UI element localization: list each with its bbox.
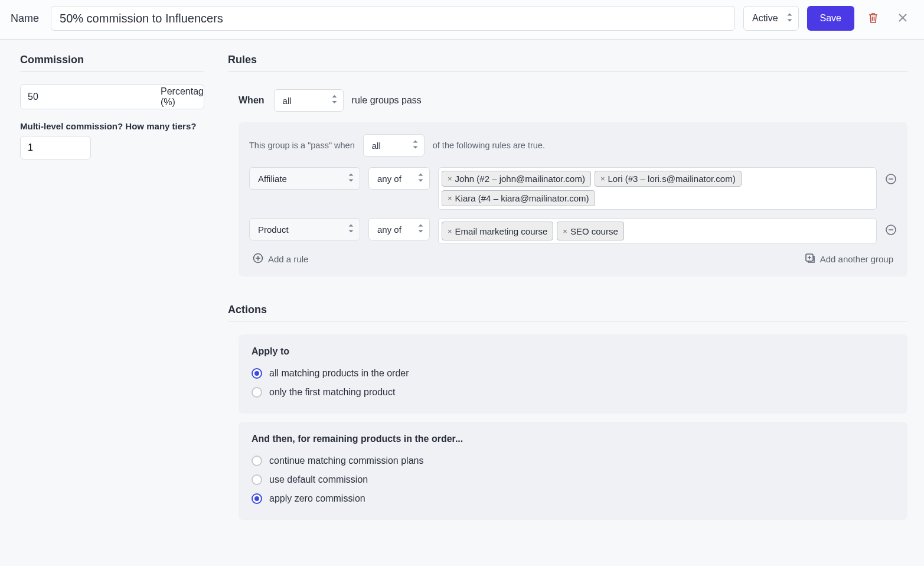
rule-row: Affiliateany of×John (#2 – john@mailinat…: [249, 167, 897, 210]
rule-op-select[interactable]: any of: [368, 218, 430, 240]
chip-label: SEO course: [570, 226, 618, 236]
selected-chip[interactable]: ×Lori (#3 – lori.s@mailinator.com): [595, 171, 742, 187]
commission-value-input[interactable]: [21, 85, 153, 109]
remaining-option[interactable]: continue matching commission plans: [252, 451, 894, 470]
close-button[interactable]: [892, 8, 913, 29]
selected-chip[interactable]: ×John (#2 – john@mailinator.com): [442, 171, 591, 187]
rule-field-value: Affiliate: [258, 174, 287, 184]
radio-label: apply zero commission: [269, 493, 365, 504]
rule-field-value: Product: [258, 225, 289, 235]
header-row: Name Active Save: [0, 0, 924, 40]
remove-rule-button[interactable]: [885, 173, 897, 185]
radio-icon: [252, 474, 262, 485]
selected-chip[interactable]: ×SEO course: [557, 222, 623, 240]
commission-unit-select[interactable]: Percentage (%): [153, 85, 204, 109]
radio-label: continue matching commission plans: [269, 456, 423, 466]
apply-to-option[interactable]: only the first matching product: [252, 383, 894, 402]
remaining-heading: And then, for remaining products in the …: [252, 434, 894, 444]
commission-heading: Commission: [20, 54, 204, 71]
remaining-option[interactable]: use default commission: [252, 470, 894, 489]
remove-chip-icon[interactable]: ×: [448, 194, 452, 203]
rule-op-select[interactable]: any of: [368, 167, 430, 190]
selected-chip[interactable]: ×Kiara (#4 – kiara@mailinator.com): [442, 190, 595, 206]
radio-icon: [252, 456, 262, 466]
tiers-label: Multi-level commission? How many tiers?: [20, 121, 204, 131]
radio-label: all matching products in the order: [269, 368, 409, 379]
remaining-option[interactable]: apply zero commission: [252, 489, 894, 508]
apply-to-heading: Apply to: [252, 346, 894, 357]
rule-values-input[interactable]: ×John (#2 – john@mailinator.com)×Lori (#…: [438, 167, 877, 210]
rule-values-input[interactable]: ×Email marketing course×SEO course: [438, 218, 877, 244]
remove-chip-icon[interactable]: ×: [600, 174, 605, 183]
status-select[interactable]: Active: [743, 6, 799, 31]
group-suffix: of the following rules are true.: [433, 141, 545, 150]
radio-label: only the first matching product: [269, 387, 395, 398]
remaining-panel: And then, for remaining products in the …: [239, 422, 907, 520]
chip-label: Lori (#3 – lori.s@mailinator.com): [608, 174, 736, 184]
when-suffix: rule groups pass: [352, 95, 422, 106]
rule-group: This group is a "pass" when all of the f…: [239, 122, 907, 277]
trash-icon: [868, 12, 879, 25]
group-prefix: This group is a "pass" when: [249, 141, 355, 150]
group-op-select[interactable]: all: [363, 134, 425, 157]
remove-rule-button[interactable]: [885, 224, 897, 236]
commission-row: Percentage (%): [20, 84, 204, 109]
radio-icon: [252, 368, 262, 379]
apply-to-panel: Apply to all matching products in the or…: [239, 334, 907, 414]
tiers-input[interactable]: [20, 136, 91, 160]
rule-field-select[interactable]: Affiliate: [249, 167, 360, 190]
commission-unit-label: Percentage (%): [161, 86, 204, 108]
chip-label: Kiara (#4 – kiara@mailinator.com): [455, 193, 589, 203]
close-icon: [898, 13, 907, 24]
when-value: all: [283, 96, 292, 106]
delete-button[interactable]: [863, 8, 884, 29]
chip-label: John (#2 – john@mailinator.com): [455, 174, 585, 184]
name-label: Name: [11, 12, 39, 25]
actions-heading: Actions: [228, 304, 907, 321]
remove-chip-icon[interactable]: ×: [448, 227, 452, 236]
group-head: This group is a "pass" when all of the f…: [249, 134, 897, 157]
when-row: When all rule groups pass: [239, 89, 907, 112]
rule-field-select[interactable]: Product: [249, 218, 360, 240]
rule-op-value: any of: [377, 174, 401, 184]
add-group-icon: [805, 253, 815, 265]
radio-icon: [252, 387, 262, 398]
selected-chip[interactable]: ×Email marketing course: [442, 222, 553, 240]
when-select[interactable]: all: [274, 89, 344, 112]
apply-to-option[interactable]: all matching products in the order: [252, 364, 894, 383]
rule-row: Productany of×Email marketing course×SEO…: [249, 218, 897, 244]
plus-circle-icon: [253, 253, 263, 265]
remove-chip-icon[interactable]: ×: [448, 174, 452, 183]
add-group-label: Add another group: [820, 254, 893, 264]
name-input[interactable]: [51, 6, 735, 31]
chip-label: Email marketing course: [455, 226, 548, 236]
when-label: When: [239, 95, 265, 106]
save-button[interactable]: Save: [807, 6, 854, 31]
add-group-button[interactable]: Add another group: [801, 252, 897, 266]
add-rule-button[interactable]: Add a rule: [249, 252, 312, 266]
remove-chip-icon[interactable]: ×: [563, 227, 567, 236]
group-op-value: all: [372, 141, 381, 151]
add-rule-label: Add a rule: [268, 254, 308, 264]
rule-op-value: any of: [377, 225, 401, 235]
radio-icon: [252, 493, 262, 504]
status-value: Active: [752, 13, 778, 24]
radio-label: use default commission: [269, 474, 368, 485]
rules-heading: Rules: [228, 54, 907, 71]
